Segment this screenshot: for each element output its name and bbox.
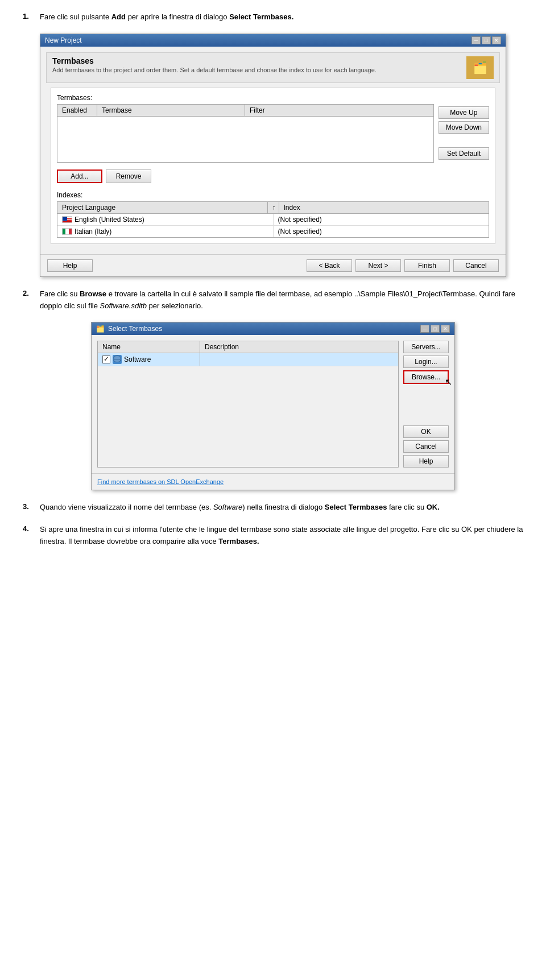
browse-button[interactable]: Browse... ↖: [403, 370, 449, 384]
col-termbase-header: Termbase: [97, 105, 245, 116]
step-4-number: 4.: [23, 524, 40, 533]
italian-language-label: Italian (Italy): [75, 228, 111, 235]
index-header: Index: [279, 202, 489, 213]
section-header-left: Termbases Add termbases to the project a…: [52, 56, 377, 73]
titlebar-controls[interactable]: ─ □ ✕: [471, 36, 501, 44]
termbases-with-buttons: Enabled Termbase Filter Move Up Move Dow…: [57, 104, 489, 163]
select-termbases-titlebar: 🗂️ Select Termbases ─ □ ✕: [92, 322, 454, 335]
indexes-row-english: English (United States) (Not specified): [57, 214, 489, 226]
select-termbases-dialog: 🗂️ Select Termbases ─ □ ✕ Name Descripti…: [91, 322, 455, 490]
st-close-button[interactable]: ✕: [441, 325, 450, 333]
software-checkbox[interactable]: [102, 355, 110, 363]
st-titlebar-controls[interactable]: ─ □ ✕: [420, 325, 450, 333]
st-side-buttons: Servers... Login... Browse... ↖ OK Cance…: [403, 341, 449, 468]
cursor-icon: ↖: [445, 377, 452, 387]
maximize-button[interactable]: □: [482, 36, 491, 44]
database-icon: [113, 355, 122, 364]
add-button[interactable]: Add...: [57, 169, 102, 183]
termbases-table-area: Enabled Termbase Filter: [57, 104, 434, 163]
st-row-software: Software: [98, 353, 398, 366]
flag-it-icon: [62, 228, 72, 235]
st-desc-cell: [200, 358, 398, 361]
dialog-inner: Termbases: Enabled Termbase Filter: [51, 88, 495, 244]
section-title: Termbases: [52, 56, 377, 65]
move-down-button[interactable]: Move Down: [439, 121, 489, 134]
new-project-titlebar: New Project ─ □ ✕: [40, 34, 506, 47]
st-maximize-button[interactable]: □: [431, 325, 440, 333]
termbases-table: Enabled Termbase Filter: [57, 104, 434, 163]
step-1-number: 1.: [23, 11, 40, 20]
footer-right-buttons: < Back Next > Finish Cancel: [307, 259, 499, 272]
new-project-title: New Project: [45, 36, 82, 44]
st-name-header: Name: [98, 341, 200, 353]
st-table-header: Name Description: [98, 341, 398, 353]
side-buttons: Move Up Move Down Set Default: [439, 104, 489, 163]
move-up-button[interactable]: Move Up: [439, 106, 489, 119]
set-default-button[interactable]: Set Default: [439, 147, 489, 160]
st-minimize-button[interactable]: ─: [420, 325, 429, 333]
select-termbases-title: Select Termbases: [108, 325, 162, 333]
st-table-area: Name Description: [97, 341, 399, 468]
new-project-footer: Help < Back Next > Finish Cancel: [40, 254, 506, 276]
minimize-button[interactable]: ─: [471, 36, 481, 44]
section-description: Add termbases to the project and order t…: [52, 67, 377, 73]
termbases-label: Termbases:: [57, 94, 489, 102]
st-table-body: Software: [98, 353, 398, 467]
sort-indicator: ↑: [268, 202, 279, 213]
english-index-cell: (Not specified): [274, 214, 489, 225]
step-2: 2. Fare clic su Browse e trovare la cart…: [23, 288, 523, 312]
flag-us-icon: [62, 216, 72, 223]
help-button[interactable]: Help: [47, 259, 93, 272]
step-1-text: Fare clic sul pulsante Add per aprire la…: [40, 11, 523, 23]
next-button[interactable]: Next >: [355, 259, 401, 272]
col-filter-header: Filter: [245, 105, 433, 116]
italian-language-cell: Italian (Italy): [57, 226, 274, 237]
indexes-row-italian: Italian (Italy) (Not specified): [57, 226, 489, 237]
st-footer: Find more termbases on SDL OpenExchange: [92, 473, 454, 490]
indexes-label: Indexes:: [57, 191, 489, 199]
english-language-cell: English (United States): [57, 214, 274, 225]
indexes-table-header: Project Language ↑ Index: [57, 202, 489, 214]
new-project-title-text: New Project: [45, 36, 82, 44]
st-help-button[interactable]: Help: [403, 455, 449, 468]
st-body: Name Description: [92, 335, 454, 473]
remove-button[interactable]: Remove: [106, 169, 151, 183]
section-title-block: Termbases Add termbases to the project a…: [52, 56, 377, 73]
step-3: 3. Quando viene visualizzato il nome del…: [23, 502, 523, 514]
svg-point-2: [114, 359, 121, 362]
add-remove-buttons: Add... Remove: [57, 167, 489, 185]
indexes-section: Indexes: Project Language ↑ Index Englis…: [57, 191, 489, 238]
indexes-table: Project Language ↑ Index English (United…: [57, 201, 489, 238]
page-content: 1. Fare clic sul pulsante Add per aprire…: [0, 0, 546, 569]
step-3-number: 3.: [23, 502, 40, 511]
step-2-number: 2.: [23, 288, 40, 297]
termbases-icon: 🗂️: [466, 56, 494, 79]
finish-button[interactable]: Finish: [404, 259, 450, 272]
cancel-button[interactable]: Cancel: [453, 259, 499, 272]
software-name: Software: [124, 355, 151, 363]
st-name-cell: Software: [98, 353, 200, 366]
servers-button[interactable]: Servers...: [403, 341, 449, 353]
project-language-header: Project Language: [57, 202, 268, 213]
section-header: Termbases Add termbases to the project a…: [46, 52, 500, 83]
italian-index-cell: (Not specified): [274, 226, 489, 237]
select-termbases-title-text: 🗂️ Select Termbases: [96, 325, 162, 333]
termbases-table-body: [57, 117, 433, 162]
step-1: 1. Fare clic sul pulsante Add per aprire…: [23, 11, 523, 23]
st-cancel-button[interactable]: Cancel: [403, 440, 449, 453]
st-ok-button[interactable]: OK: [403, 425, 449, 438]
close-button[interactable]: ✕: [492, 36, 501, 44]
step-3-text: Quando viene visualizzato il nome del te…: [40, 502, 523, 514]
back-button[interactable]: < Back: [307, 259, 352, 272]
termbases-table-header: Enabled Termbase Filter: [57, 105, 433, 117]
st-table: Name Description: [97, 341, 399, 468]
step-4: 4. Si apre una finestra in cui si inform…: [23, 524, 523, 548]
st-description-header: Description: [200, 341, 398, 353]
new-project-dialog: New Project ─ □ ✕ Termbases Add termbase…: [40, 34, 506, 277]
english-language-label: English (United States): [75, 216, 144, 224]
sdl-openexchange-link[interactable]: Find more termbases on SDL OpenExchange: [97, 478, 224, 485]
step-4-text: Si apre una finestra in cui si informa l…: [40, 524, 523, 548]
select-termbases-icon: 🗂️: [96, 325, 105, 333]
login-button[interactable]: Login...: [403, 355, 449, 368]
step-2-text: Fare clic su Browse e trovare la cartell…: [40, 288, 523, 312]
